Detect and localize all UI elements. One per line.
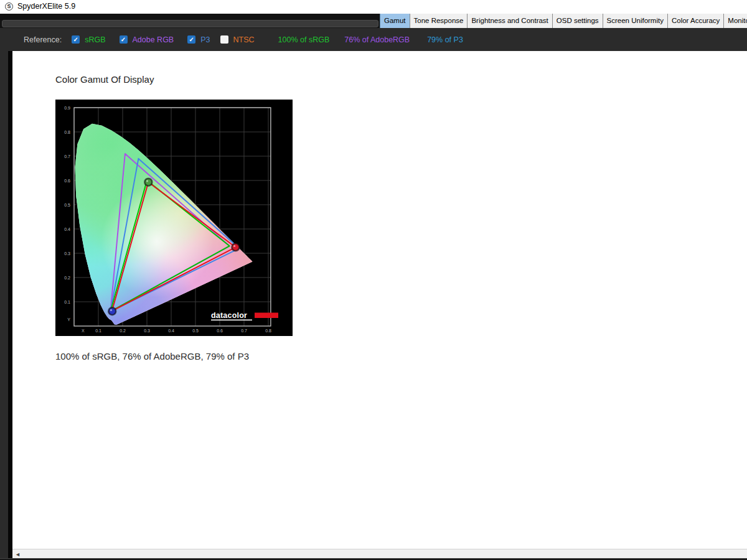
- p3-checkbox[interactable]: [187, 35, 195, 44]
- srgb-coverage-value: 100% of sRGB: [278, 35, 330, 44]
- reference-label: Reference:: [24, 35, 62, 44]
- measured-point-green-primary: [144, 179, 152, 186]
- tabs: Gamut Tone Response Brightness and Contr…: [380, 14, 747, 28]
- srgb-label: sRGB: [85, 35, 105, 44]
- tab-brightness-and-contrast[interactable]: Brightness and Contrast: [467, 14, 552, 28]
- svg-text:0.7: 0.7: [241, 329, 247, 333]
- svg-text:0.5: 0.5: [64, 203, 70, 207]
- gamut-chart: X0.10.20.30.40.50.60.70.8Y0.10.20.30.40.…: [55, 100, 293, 336]
- scroll-left-button[interactable]: ◄: [13, 550, 22, 558]
- horizontal-scrollbar[interactable]: ◄: [12, 549, 747, 558]
- ntsc-reference-toggle[interactable]: NTSC: [220, 35, 255, 44]
- svg-text:Y: Y: [67, 317, 70, 322]
- svg-text:0.3: 0.3: [64, 251, 70, 256]
- app-window: S SpyderXElite 5.9 Gamut Tone Response B…: [0, 0, 747, 560]
- tab-color-accuracy[interactable]: Color Accuracy: [668, 14, 724, 28]
- app-icon: S: [5, 2, 13, 11]
- svg-text:0.8: 0.8: [265, 329, 271, 333]
- srgb-reference-toggle[interactable]: sRGB: [72, 35, 105, 44]
- tab-osd-settings[interactable]: OSD settings: [553, 14, 603, 28]
- p3-label: P3: [200, 35, 210, 44]
- coverage-caption: 100% of sRGB, 76% of AdobeRGB, 79% of P3: [55, 351, 249, 362]
- tab-strip: Gamut Tone Response Brightness and Contr…: [0, 14, 747, 28]
- svg-text:X: X: [82, 329, 85, 333]
- measured-point-red-primary: [232, 243, 239, 251]
- adobergb-checkbox[interactable]: [120, 35, 128, 44]
- svg-text:0.1: 0.1: [95, 329, 101, 333]
- tab-monitor-rating[interactable]: Monitor Rating: [724, 14, 747, 28]
- page-title: Color Gamut Of Display: [55, 74, 154, 85]
- adobergb-reference-toggle[interactable]: Adobe RGB: [120, 35, 174, 44]
- titlebar: S SpyderXElite 5.9: [0, 0, 747, 14]
- svg-text:0.3: 0.3: [144, 329, 150, 333]
- cie-chromaticity-diagram: X0.10.20.30.40.50.60.70.8Y0.10.20.30.40.…: [55, 100, 293, 336]
- left-edge-strip: [0, 51, 12, 560]
- menu-strip[interactable]: [2, 20, 378, 27]
- svg-text:0.2: 0.2: [64, 276, 70, 280]
- measured-point-blue-primary: [108, 307, 116, 315]
- p3-reference-toggle[interactable]: P3: [187, 35, 210, 44]
- svg-text:0.8: 0.8: [64, 130, 70, 134]
- tab-screen-uniformity[interactable]: Screen Uniformity: [603, 14, 668, 28]
- adobergb-label: Adobe RGB: [133, 35, 174, 44]
- tab-tone-response[interactable]: Tone Response: [410, 14, 468, 28]
- svg-text:0.4: 0.4: [64, 227, 70, 231]
- spectral-locus-fill: [55, 100, 293, 336]
- ntsc-label: NTSC: [233, 35, 255, 44]
- svg-text:0.7: 0.7: [64, 154, 70, 159]
- reference-toolbar: Reference: sRGB Adobe RGB P3 NTSC 100% o…: [0, 28, 747, 51]
- tab-gamut[interactable]: Gamut: [380, 14, 410, 28]
- app-title: SpyderXElite 5.9: [17, 2, 75, 11]
- svg-text:0.6: 0.6: [64, 179, 70, 183]
- svg-text:datacolor: datacolor: [211, 311, 247, 320]
- svg-text:0.1: 0.1: [64, 300, 70, 304]
- srgb-checkbox[interactable]: [72, 35, 80, 44]
- svg-text:0.5: 0.5: [192, 329, 199, 333]
- main-panel: Color Gamut Of Display: [12, 51, 747, 549]
- p3-coverage-value: 79% of P3: [427, 35, 463, 44]
- svg-text:0.6: 0.6: [217, 329, 223, 333]
- svg-text:0.9: 0.9: [64, 106, 70, 110]
- adobergb-coverage-value: 76% of AdobeRGB: [344, 35, 410, 44]
- svg-text:0.4: 0.4: [168, 329, 174, 333]
- svg-text:0.2: 0.2: [120, 329, 126, 333]
- ntsc-checkbox[interactable]: [220, 35, 228, 44]
